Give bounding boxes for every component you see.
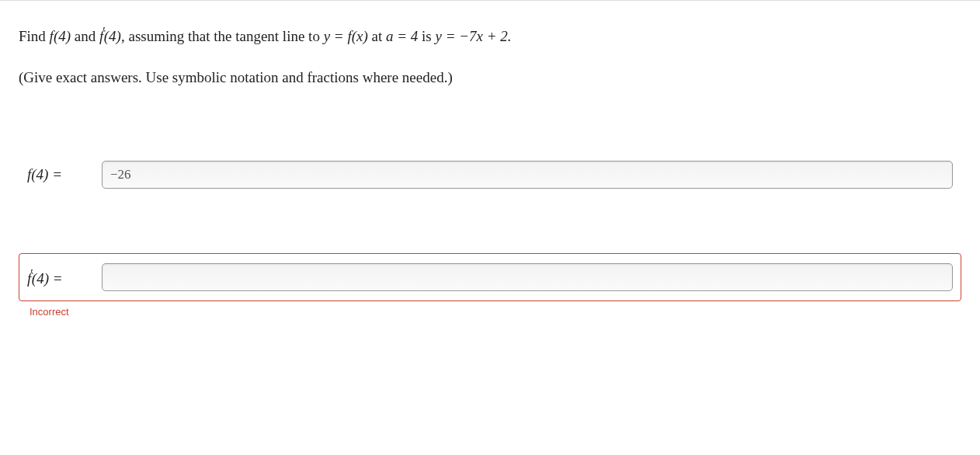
q-f4: f(4) <box>50 28 71 44</box>
label-arg-1: (4) = <box>31 166 62 182</box>
q-aeq: a = 4 <box>386 28 418 44</box>
q-tangent: y = −7x + 2. <box>436 28 512 44</box>
q-fprime4: f′(4) <box>99 28 121 44</box>
feedback-incorrect: Incorrect <box>30 306 961 318</box>
q-prefix: Find <box>19 28 50 44</box>
answer-input-fprime4[interactable] <box>102 263 953 291</box>
q-is: is <box>418 28 435 44</box>
q-yeq: y = f(x) <box>324 28 368 44</box>
instruction-text: (Give exact answers. Use symbolic notati… <box>19 67 961 89</box>
question-content: Find f(4) and f′(4), assuming that the t… <box>0 1 980 318</box>
answer-wrap-1: f(4) = <box>19 151 961 199</box>
answer-label-f4: f(4) = <box>27 166 88 183</box>
answer-label-fprime4: f′(4) = <box>27 267 88 287</box>
q-and: and <box>71 28 99 44</box>
q-at: at <box>368 28 386 44</box>
label-arg-2: (4) = <box>32 270 63 287</box>
question-text: Find f(4) and f′(4), assuming that the t… <box>19 23 961 48</box>
q-middle: , assuming that the tangent line to <box>121 28 324 44</box>
answer-row-1: f(4) = <box>19 151 961 199</box>
answer-wrap-2: f′(4) = <box>19 253 961 301</box>
answer-input-f4[interactable] <box>102 161 953 189</box>
answer-row-2-container: f′(4) = Incorrect <box>19 253 961 318</box>
